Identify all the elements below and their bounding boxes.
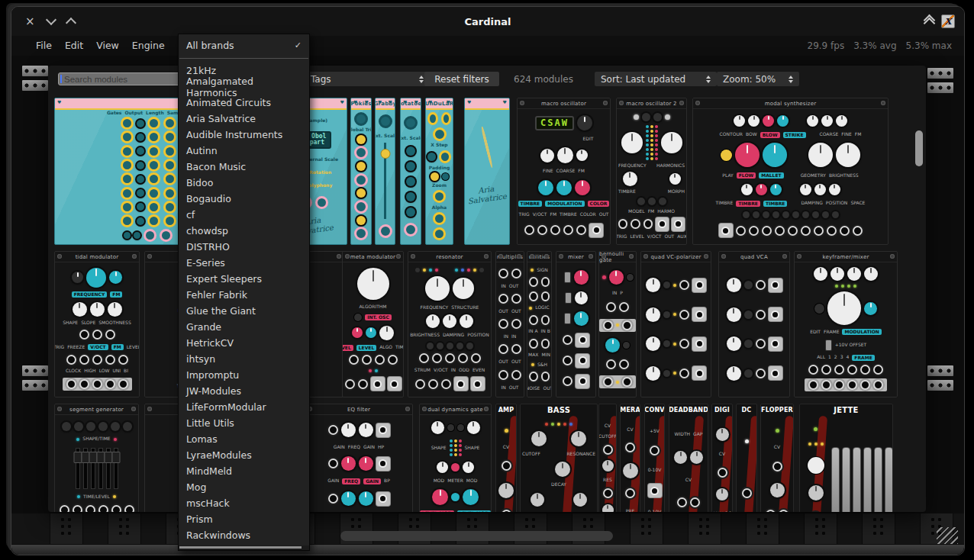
module-card-untitled[interactable]: CVCUTOFFRESDECAY bbox=[598, 404, 617, 512]
tags-filter-select[interactable]: Tags bbox=[305, 72, 430, 86]
brand-menu-item[interactable]: Aria Salvatrice bbox=[179, 111, 309, 127]
jack-port bbox=[769, 366, 782, 380]
module-card-amp[interactable]: AMPCVIN bbox=[495, 404, 517, 512]
module-title: quad VC-polarizer bbox=[641, 252, 711, 262]
brand-menu-item[interactable]: Little Utils bbox=[179, 415, 309, 431]
zoom-select[interactable]: Zoom: 50% bbox=[717, 72, 799, 86]
app-x11-icon[interactable]: X bbox=[941, 14, 955, 28]
brand-menu-item[interactable]: Grande bbox=[179, 319, 309, 335]
knob bbox=[576, 150, 588, 161]
brand-menu-item[interactable]: Lomas bbox=[179, 431, 309, 447]
module-card-macro-oscillator[interactable]: macro oscillatorCSAWEDITFINECOARSEFMTIMB… bbox=[517, 98, 611, 245]
module-card-meta-modulator[interactable]: meta modulatorALGORITHMINT. OSCLEVELLEVE… bbox=[342, 251, 404, 397]
brand-menu-item[interactable]: Bacon Music bbox=[179, 159, 309, 175]
jack bbox=[834, 365, 844, 375]
module-card-digi[interactable]: DIGICVANALOG bbox=[711, 404, 733, 512]
reset-filters-button[interactable]: Reset filters bbox=[424, 72, 499, 86]
led-grid bbox=[450, 439, 462, 456]
module-card-eq-filter[interactable]: EQ filterGAINFREQGAINHPGAINFREQGAINBPGAI… bbox=[305, 404, 413, 512]
brand-menu-item[interactable]: JW-Modules bbox=[179, 383, 309, 399]
module-card-utilities[interactable]: utilitiesSIGNLOGICIN AIN BMAXMINS&HNOISE… bbox=[527, 251, 552, 397]
brand-menu-item[interactable]: cf bbox=[179, 207, 309, 223]
module-card-quad-vc-polarizer[interactable]: quad VC-polarizer bbox=[640, 251, 711, 397]
jack-port bbox=[656, 217, 669, 231]
horizontal-scrollbar[interactable] bbox=[340, 531, 613, 541]
widget-row bbox=[634, 113, 670, 121]
module-card-dc[interactable]: DCIN bbox=[736, 404, 757, 512]
sort-select[interactable]: Sort: Last updated bbox=[595, 72, 717, 86]
jack bbox=[375, 355, 385, 365]
brand-menu-item[interactable]: Amalgamated Harmonics bbox=[179, 79, 309, 95]
menu-scrollbar[interactable] bbox=[179, 546, 309, 550]
menubar-item-edit[interactable]: Edit bbox=[65, 36, 83, 56]
menubar-item-view[interactable]: View bbox=[96, 36, 119, 56]
ring-knob bbox=[121, 130, 134, 143]
led bbox=[113, 495, 116, 498]
widget-row: IN AIN B bbox=[529, 329, 550, 334]
brand-menu-item[interactable]: chowdsp bbox=[179, 223, 309, 239]
brand-menu-item[interactable]: Bogaudio bbox=[179, 191, 309, 207]
module-card-deadband[interactable]: DEADBANDWIDTHGAPCV bbox=[669, 404, 708, 512]
module-card-undular[interactable]: UnDuLaRX StepPaddingZoomAlpha bbox=[425, 98, 453, 245]
module-card-conv[interactable]: CONV+5V0-10V0-10V bbox=[644, 404, 665, 512]
knob bbox=[605, 338, 620, 352]
menubar-item-engine[interactable]: Engine bbox=[132, 36, 165, 56]
brand-menu-item[interactable]: Bidoo bbox=[179, 175, 309, 191]
vertical-scrollbar-thumb[interactable] bbox=[915, 130, 923, 166]
brand-menu-item[interactable]: Autinn bbox=[179, 143, 309, 159]
menubar-item-file[interactable]: File bbox=[36, 36, 52, 56]
module-card-grabby[interactable]: GrabbyExt. Scale bbox=[375, 98, 395, 245]
brand-menu-item[interactable]: LifeFormModular bbox=[179, 399, 309, 415]
module-card-jette[interactable]: JETTEINFECT bbox=[799, 404, 893, 512]
panel-label: HP bbox=[378, 445, 384, 450]
module-card-bernoulli-gate[interactable]: bernoulli gateINP bbox=[598, 251, 637, 397]
brand-menu-item[interactable]: Rackwindows bbox=[179, 527, 309, 543]
resize-handle[interactable] bbox=[937, 527, 958, 544]
module-card-mera[interactable]: MERACVPRE bbox=[620, 404, 640, 512]
brand-menu-item[interactable]: LyraeModules bbox=[179, 447, 309, 463]
shade-window-icon[interactable] bbox=[925, 16, 934, 27]
value-tag: STRIKE bbox=[783, 132, 806, 138]
jack bbox=[563, 356, 572, 365]
brand-menu-item[interactable]: Audible Instruments bbox=[179, 127, 309, 143]
brand-menu-item[interactable]: DISTRHO bbox=[179, 239, 309, 255]
module-card-flopper[interactable]: FLOPPERCVIN bbox=[760, 404, 794, 512]
brand-menu-item[interactable]: mscHack bbox=[179, 495, 309, 511]
module-card-pokies[interactable]: PokiesGlobal Trig bbox=[350, 98, 372, 245]
brand-menu-item[interactable]: Impromptu bbox=[179, 367, 309, 383]
widget-row bbox=[79, 330, 115, 340]
brand-menu-item[interactable]: ihtsyn bbox=[179, 351, 309, 367]
brand-menu-item[interactable]: Prism bbox=[179, 511, 309, 527]
knob bbox=[753, 211, 760, 218]
widget-row bbox=[743, 211, 839, 218]
brand-menu-item[interactable]: Fehler Fabrik bbox=[179, 287, 309, 303]
brand-menu-item[interactable]: E-Series bbox=[179, 255, 309, 271]
module-card-untitled[interactable]: AriaSalvatrice bbox=[464, 98, 510, 245]
brand-menu-item[interactable]: HetrickCV bbox=[179, 335, 309, 351]
module-card-bass[interactable]: BASSCUTOFFRESONANCEDECAYENVMODACCENTACCE… bbox=[520, 404, 598, 512]
module-card-mixer[interactable]: mixer bbox=[556, 251, 596, 397]
jack bbox=[498, 269, 508, 278]
fps-value: 29.9 fps bbox=[808, 40, 845, 51]
brand-menu-item[interactable]: Mog bbox=[179, 479, 309, 495]
jack bbox=[860, 365, 870, 375]
module-card-quad-vca[interactable]: quad VCA bbox=[718, 251, 790, 397]
module-card-macro-oscillator-2[interactable]: macro oscillator 2FREQUENCYHARMONICSTIMB… bbox=[616, 98, 687, 245]
brand-menu-item[interactable]: Glue the Giant bbox=[179, 303, 309, 319]
panel-label: SLOPE bbox=[81, 320, 95, 326]
widget-row: AriaSalvatrice bbox=[467, 185, 506, 203]
jack bbox=[827, 226, 837, 236]
module-card-rotatoes[interactable]: RotatoesExt. Scale bbox=[400, 98, 421, 245]
jack bbox=[529, 339, 538, 349]
module-card-segment-generator[interactable]: segment generatorSHAPE/TIMETIME/LEVELGAT… bbox=[54, 404, 139, 512]
brand-menu-item[interactable]: Expert Sleepers bbox=[179, 271, 309, 287]
module-card-dual-dynamics-gate[interactable]: dual dynamics gateSHAPESHAPEMODMETERMODL… bbox=[419, 404, 492, 512]
brand-menu-item-all-brands[interactable]: All brands✓ bbox=[179, 37, 309, 54]
module-card-multiples[interactable]: multiplesINOUTOUTOUTININOUTOUTINOUT bbox=[495, 251, 524, 397]
module-card-modal-synthesizer[interactable]: modal synthesizerCONTOURBOWBLOWSTRIKECOA… bbox=[692, 98, 889, 245]
module-card-keyframer-mixer[interactable]: keyframer/mixerEDITFRAMEMODULATION+10V O… bbox=[794, 251, 898, 397]
module-card-resonator[interactable]: resonatorFREQUENCYSTRUCTUREBRIGHTNESSDAM… bbox=[408, 251, 492, 397]
brand-menu-item[interactable]: MindMeld bbox=[179, 463, 309, 479]
module-card-tidal-modulator[interactable]: tidal modulatorFREQUENCYFMSHAPESLOPESMOO… bbox=[54, 251, 140, 397]
search-input[interactable] bbox=[58, 72, 181, 85]
